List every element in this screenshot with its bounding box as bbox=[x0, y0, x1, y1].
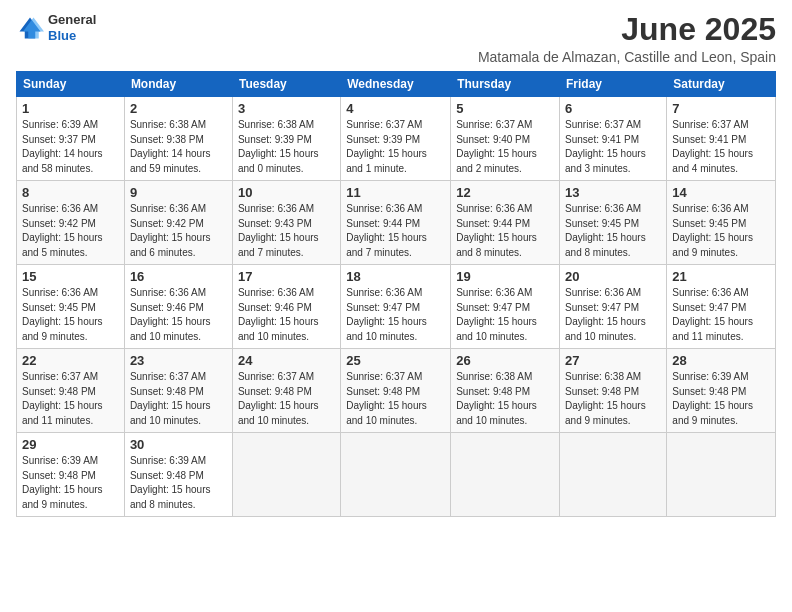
table-row: 22 Sunrise: 6:37 AM Sunset: 9:48 PM Dayl… bbox=[17, 349, 125, 433]
day-number: 24 bbox=[238, 353, 335, 368]
day-info: Sunrise: 6:37 AM Sunset: 9:40 PM Dayligh… bbox=[456, 118, 554, 176]
table-row bbox=[667, 433, 776, 517]
logo: General Blue bbox=[16, 12, 96, 43]
day-number: 29 bbox=[22, 437, 119, 452]
table-row: 7 Sunrise: 6:37 AM Sunset: 9:41 PM Dayli… bbox=[667, 97, 776, 181]
day-info: Sunrise: 6:36 AM Sunset: 9:44 PM Dayligh… bbox=[346, 202, 445, 260]
day-number: 6 bbox=[565, 101, 661, 116]
day-info: Sunrise: 6:38 AM Sunset: 9:48 PM Dayligh… bbox=[565, 370, 661, 428]
col-monday: Monday bbox=[124, 72, 232, 97]
table-row: 30 Sunrise: 6:39 AM Sunset: 9:48 PM Dayl… bbox=[124, 433, 232, 517]
location-subtitle: Matamala de Almazan, Castille and Leon, … bbox=[478, 49, 776, 65]
table-row: 6 Sunrise: 6:37 AM Sunset: 9:41 PM Dayli… bbox=[560, 97, 667, 181]
day-info: Sunrise: 6:36 AM Sunset: 9:47 PM Dayligh… bbox=[672, 286, 770, 344]
day-info: Sunrise: 6:36 AM Sunset: 9:47 PM Dayligh… bbox=[346, 286, 445, 344]
day-info: Sunrise: 6:36 AM Sunset: 9:44 PM Dayligh… bbox=[456, 202, 554, 260]
calendar-row: 15 Sunrise: 6:36 AM Sunset: 9:45 PM Dayl… bbox=[17, 265, 776, 349]
day-info: Sunrise: 6:37 AM Sunset: 9:48 PM Dayligh… bbox=[238, 370, 335, 428]
day-info: Sunrise: 6:37 AM Sunset: 9:48 PM Dayligh… bbox=[22, 370, 119, 428]
day-number: 2 bbox=[130, 101, 227, 116]
table-row: 21 Sunrise: 6:36 AM Sunset: 9:47 PM Dayl… bbox=[667, 265, 776, 349]
day-info: Sunrise: 6:37 AM Sunset: 9:39 PM Dayligh… bbox=[346, 118, 445, 176]
table-row: 25 Sunrise: 6:37 AM Sunset: 9:48 PM Dayl… bbox=[341, 349, 451, 433]
table-row: 5 Sunrise: 6:37 AM Sunset: 9:40 PM Dayli… bbox=[451, 97, 560, 181]
day-number: 12 bbox=[456, 185, 554, 200]
day-info: Sunrise: 6:37 AM Sunset: 9:48 PM Dayligh… bbox=[130, 370, 227, 428]
table-row bbox=[560, 433, 667, 517]
day-number: 18 bbox=[346, 269, 445, 284]
day-info: Sunrise: 6:37 AM Sunset: 9:48 PM Dayligh… bbox=[346, 370, 445, 428]
day-number: 8 bbox=[22, 185, 119, 200]
day-number: 27 bbox=[565, 353, 661, 368]
col-friday: Friday bbox=[560, 72, 667, 97]
day-info: Sunrise: 6:38 AM Sunset: 9:38 PM Dayligh… bbox=[130, 118, 227, 176]
calendar-row: 22 Sunrise: 6:37 AM Sunset: 9:48 PM Dayl… bbox=[17, 349, 776, 433]
day-info: Sunrise: 6:36 AM Sunset: 9:43 PM Dayligh… bbox=[238, 202, 335, 260]
table-row: 23 Sunrise: 6:37 AM Sunset: 9:48 PM Dayl… bbox=[124, 349, 232, 433]
table-row: 20 Sunrise: 6:36 AM Sunset: 9:47 PM Dayl… bbox=[560, 265, 667, 349]
day-info: Sunrise: 6:37 AM Sunset: 9:41 PM Dayligh… bbox=[672, 118, 770, 176]
table-row: 19 Sunrise: 6:36 AM Sunset: 9:47 PM Dayl… bbox=[451, 265, 560, 349]
logo-text: General Blue bbox=[48, 12, 96, 43]
calendar-row: 1 Sunrise: 6:39 AM Sunset: 9:37 PM Dayli… bbox=[17, 97, 776, 181]
table-row: 16 Sunrise: 6:36 AM Sunset: 9:46 PM Dayl… bbox=[124, 265, 232, 349]
day-info: Sunrise: 6:38 AM Sunset: 9:39 PM Dayligh… bbox=[238, 118, 335, 176]
day-info: Sunrise: 6:37 AM Sunset: 9:41 PM Dayligh… bbox=[565, 118, 661, 176]
calendar-page: General Blue June 2025 Matamala de Almaz… bbox=[0, 0, 792, 612]
day-number: 26 bbox=[456, 353, 554, 368]
table-row: 24 Sunrise: 6:37 AM Sunset: 9:48 PM Dayl… bbox=[232, 349, 340, 433]
calendar-row: 29 Sunrise: 6:39 AM Sunset: 9:48 PM Dayl… bbox=[17, 433, 776, 517]
col-sunday: Sunday bbox=[17, 72, 125, 97]
day-number: 15 bbox=[22, 269, 119, 284]
table-row: 27 Sunrise: 6:38 AM Sunset: 9:48 PM Dayl… bbox=[560, 349, 667, 433]
day-number: 28 bbox=[672, 353, 770, 368]
table-row: 10 Sunrise: 6:36 AM Sunset: 9:43 PM Dayl… bbox=[232, 181, 340, 265]
day-number: 16 bbox=[130, 269, 227, 284]
logo-general: General bbox=[48, 12, 96, 28]
table-row: 18 Sunrise: 6:36 AM Sunset: 9:47 PM Dayl… bbox=[341, 265, 451, 349]
calendar-header-row: Sunday Monday Tuesday Wednesday Thursday… bbox=[17, 72, 776, 97]
day-number: 14 bbox=[672, 185, 770, 200]
month-title: June 2025 bbox=[478, 12, 776, 47]
title-block: June 2025 Matamala de Almazan, Castille … bbox=[478, 12, 776, 65]
page-header: General Blue June 2025 Matamala de Almaz… bbox=[16, 12, 776, 65]
col-tuesday: Tuesday bbox=[232, 72, 340, 97]
col-wednesday: Wednesday bbox=[341, 72, 451, 97]
day-info: Sunrise: 6:36 AM Sunset: 9:45 PM Dayligh… bbox=[565, 202, 661, 260]
table-row: 17 Sunrise: 6:36 AM Sunset: 9:46 PM Dayl… bbox=[232, 265, 340, 349]
calendar-table: Sunday Monday Tuesday Wednesday Thursday… bbox=[16, 71, 776, 517]
day-info: Sunrise: 6:36 AM Sunset: 9:46 PM Dayligh… bbox=[238, 286, 335, 344]
table-row: 11 Sunrise: 6:36 AM Sunset: 9:44 PM Dayl… bbox=[341, 181, 451, 265]
day-number: 9 bbox=[130, 185, 227, 200]
day-number: 10 bbox=[238, 185, 335, 200]
table-row: 12 Sunrise: 6:36 AM Sunset: 9:44 PM Dayl… bbox=[451, 181, 560, 265]
table-row bbox=[451, 433, 560, 517]
day-number: 30 bbox=[130, 437, 227, 452]
table-row: 28 Sunrise: 6:39 AM Sunset: 9:48 PM Dayl… bbox=[667, 349, 776, 433]
table-row: 14 Sunrise: 6:36 AM Sunset: 9:45 PM Dayl… bbox=[667, 181, 776, 265]
day-info: Sunrise: 6:39 AM Sunset: 9:37 PM Dayligh… bbox=[22, 118, 119, 176]
table-row: 4 Sunrise: 6:37 AM Sunset: 9:39 PM Dayli… bbox=[341, 97, 451, 181]
day-info: Sunrise: 6:38 AM Sunset: 9:48 PM Dayligh… bbox=[456, 370, 554, 428]
table-row bbox=[341, 433, 451, 517]
table-row: 2 Sunrise: 6:38 AM Sunset: 9:38 PM Dayli… bbox=[124, 97, 232, 181]
table-row: 29 Sunrise: 6:39 AM Sunset: 9:48 PM Dayl… bbox=[17, 433, 125, 517]
day-number: 17 bbox=[238, 269, 335, 284]
day-info: Sunrise: 6:36 AM Sunset: 9:42 PM Dayligh… bbox=[22, 202, 119, 260]
day-number: 7 bbox=[672, 101, 770, 116]
table-row: 15 Sunrise: 6:36 AM Sunset: 9:45 PM Dayl… bbox=[17, 265, 125, 349]
table-row bbox=[232, 433, 340, 517]
day-number: 19 bbox=[456, 269, 554, 284]
calendar-row: 8 Sunrise: 6:36 AM Sunset: 9:42 PM Dayli… bbox=[17, 181, 776, 265]
table-row: 1 Sunrise: 6:39 AM Sunset: 9:37 PM Dayli… bbox=[17, 97, 125, 181]
logo-blue: Blue bbox=[48, 28, 96, 44]
day-number: 25 bbox=[346, 353, 445, 368]
day-info: Sunrise: 6:39 AM Sunset: 9:48 PM Dayligh… bbox=[672, 370, 770, 428]
table-row: 9 Sunrise: 6:36 AM Sunset: 9:42 PM Dayli… bbox=[124, 181, 232, 265]
day-number: 1 bbox=[22, 101, 119, 116]
day-info: Sunrise: 6:36 AM Sunset: 9:47 PM Dayligh… bbox=[565, 286, 661, 344]
table-row: 13 Sunrise: 6:36 AM Sunset: 9:45 PM Dayl… bbox=[560, 181, 667, 265]
day-info: Sunrise: 6:36 AM Sunset: 9:45 PM Dayligh… bbox=[672, 202, 770, 260]
day-number: 20 bbox=[565, 269, 661, 284]
day-number: 11 bbox=[346, 185, 445, 200]
